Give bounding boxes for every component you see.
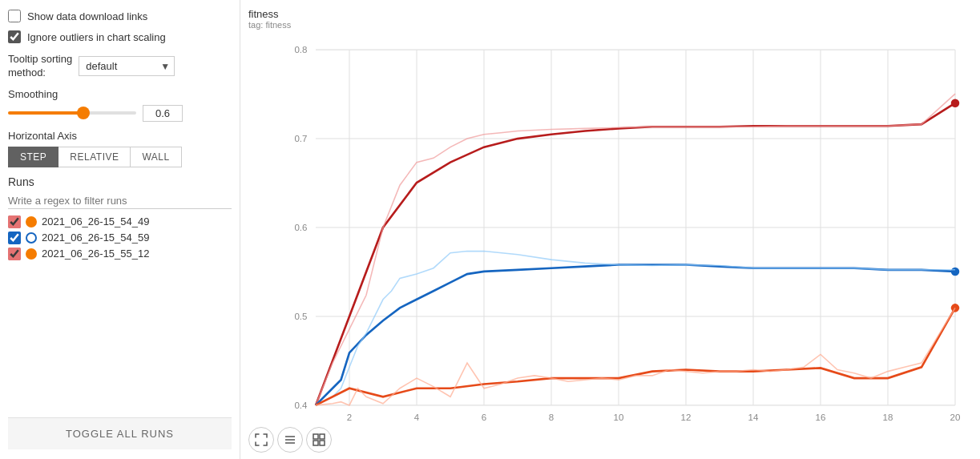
blue-line-main (316, 264, 955, 405)
y-label-08: 0.8 (294, 45, 307, 54)
y-label-06: 0.6 (294, 223, 307, 232)
tooltip-select-wrapper: default ascending descending nearest ▼ (79, 56, 175, 76)
chart-subtitle: tag: fitness (248, 20, 972, 30)
x-label-2: 2 (347, 413, 352, 422)
chart-area: fitness tag: fitness .grid-line { stroke… (240, 0, 980, 459)
chart-title: fitness (248, 8, 972, 20)
smoothing-section: Smoothing 0.6 (8, 88, 232, 122)
y-label-05: 0.5 (294, 312, 307, 321)
axis-wall-button[interactable]: WALL (131, 147, 181, 167)
smoothing-value-input[interactable]: 0.6 (143, 105, 183, 122)
y-label-07: 0.7 (294, 134, 307, 143)
show-download-row: Show data download links (8, 10, 232, 22)
run-2-dot (26, 232, 37, 244)
tooltip-sorting-label: Tooltip sortingmethod: (8, 53, 72, 80)
red-endpoint-dot (951, 99, 960, 107)
run-3-dot (26, 248, 37, 260)
runs-section: Runs 2021_06_26-15_54_49 2021_06_26-15_5… (8, 175, 232, 264)
orange-line-main (316, 308, 955, 405)
blue-line-raw (316, 252, 955, 405)
ignore-outliers-label: Ignore outliers in chart scaling (27, 31, 166, 43)
x-label-16: 16 (816, 413, 826, 422)
runs-filter-input[interactable] (8, 193, 232, 209)
run-1-name: 2021_06_26-15_54_49 (42, 215, 149, 227)
svg-rect-21 (320, 441, 325, 445)
runs-title: Runs (8, 175, 232, 188)
show-download-checkbox[interactable] (8, 10, 21, 22)
x-label-10: 10 (614, 413, 624, 422)
toggle-all-runs-button[interactable]: TOGGLE ALL RUNS (8, 417, 232, 449)
axis-buttons-group: STEP RELATIVE WALL (8, 147, 232, 167)
left-panel: Show data download links Ignore outliers… (0, 0, 240, 459)
chart-container: .grid-line { stroke: #e0e0e0; stroke-wid… (248, 33, 972, 422)
run-item-1[interactable]: 2021_06_26-15_54_49 (8, 215, 232, 228)
smoothing-label: Smoothing (8, 88, 232, 100)
svg-rect-19 (320, 434, 325, 439)
x-label-20: 20 (950, 413, 961, 422)
x-label-12: 12 (681, 413, 692, 422)
show-download-label: Show data download links (27, 10, 147, 22)
y-label-04: 0.4 (294, 401, 308, 410)
chart-toolbar (248, 427, 972, 453)
expand-icon (313, 433, 325, 446)
tooltip-sorting-select[interactable]: default ascending descending nearest (79, 56, 175, 76)
x-label-6: 6 (482, 413, 486, 422)
run-3-name: 2021_06_26-15_55_12 (42, 248, 149, 260)
horizontal-axis-label: Horizontal Axis (8, 130, 232, 142)
run-1-dot (26, 216, 37, 227)
run-2-checkbox[interactable] (8, 232, 21, 244)
run-2-name: 2021_06_26-15_54_59 (42, 232, 149, 244)
smoothing-control: 0.6 (8, 105, 232, 122)
run-item-2[interactable]: 2021_06_26-15_54_59 (8, 232, 232, 244)
ignore-outliers-checkbox[interactable] (8, 30, 21, 43)
fit-chart-button[interactable] (248, 427, 274, 453)
blue-endpoint-dot (951, 268, 960, 276)
fit-icon (255, 433, 268, 446)
x-label-8: 8 (549, 413, 554, 422)
legend-button[interactable] (277, 427, 303, 453)
run-1-checkbox[interactable] (8, 215, 21, 228)
run-3-checkbox[interactable] (8, 248, 21, 260)
legend-icon (284, 433, 296, 446)
x-label-4: 4 (414, 413, 420, 422)
horizontal-axis-section: Horizontal Axis STEP RELATIVE WALL (8, 130, 232, 167)
red-line-raw (316, 94, 955, 405)
svg-rect-18 (313, 434, 318, 439)
axis-step-button[interactable]: STEP (8, 147, 58, 167)
tooltip-sorting-row: Tooltip sortingmethod: default ascending… (8, 53, 232, 80)
svg-rect-20 (313, 441, 318, 445)
axis-relative-button[interactable]: RELATIVE (58, 147, 131, 167)
x-label-18: 18 (883, 413, 893, 422)
ignore-outliers-row: Ignore outliers in chart scaling (8, 30, 232, 43)
run-item-3[interactable]: 2021_06_26-15_55_12 (8, 248, 232, 260)
chart-svg: .grid-line { stroke: #e0e0e0; stroke-wid… (248, 33, 972, 422)
expand-button[interactable] (306, 427, 332, 453)
smoothing-slider[interactable] (8, 111, 136, 115)
red-line-main (316, 103, 955, 405)
x-label-14: 14 (748, 413, 759, 422)
